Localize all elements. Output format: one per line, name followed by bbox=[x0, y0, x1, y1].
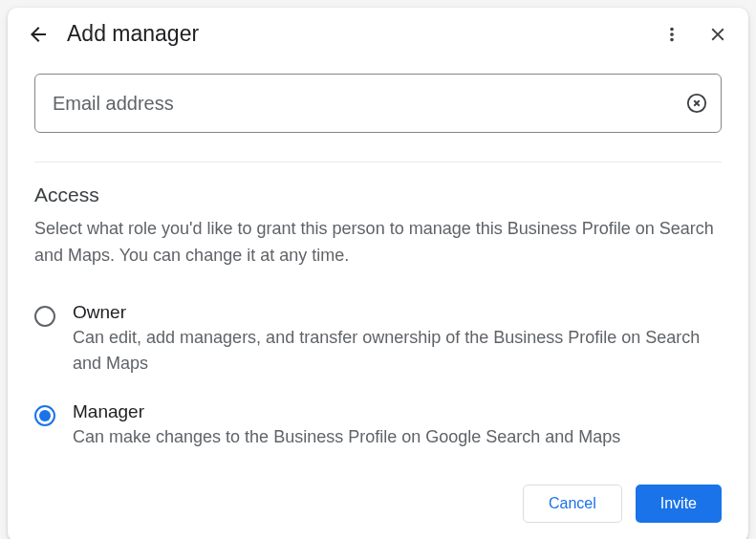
option-desc-manager: Can make changes to the Business Profile… bbox=[73, 424, 722, 450]
option-text: Owner Can edit, add managers, and transf… bbox=[73, 302, 722, 377]
dialog-title: Add manager bbox=[67, 21, 660, 47]
radio-manager[interactable] bbox=[34, 405, 55, 426]
add-manager-dialog: Add manager Access Select what role you'… bbox=[8, 8, 748, 539]
back-button[interactable] bbox=[27, 23, 50, 46]
email-input-wrapper[interactable] bbox=[34, 74, 722, 133]
email-input[interactable] bbox=[53, 93, 673, 115]
clear-input-button[interactable] bbox=[686, 93, 707, 114]
more-vert-icon bbox=[661, 24, 682, 45]
role-option-manager[interactable]: Manager Can make changes to the Business… bbox=[34, 394, 722, 467]
divider bbox=[34, 162, 722, 162]
option-desc-owner: Can edit, add managers, and transfer own… bbox=[73, 325, 722, 377]
dialog-footer: Cancel Invite bbox=[8, 467, 748, 523]
clear-circle-icon bbox=[686, 93, 707, 114]
option-title-manager: Manager bbox=[73, 401, 722, 422]
access-section-title: Access bbox=[34, 183, 722, 206]
role-option-owner[interactable]: Owner Can edit, add managers, and transf… bbox=[34, 294, 722, 394]
close-icon bbox=[707, 24, 728, 45]
dialog-content: Access Select what role you'd like to gr… bbox=[8, 56, 748, 467]
close-button[interactable] bbox=[706, 23, 729, 46]
option-title-owner: Owner bbox=[73, 302, 722, 323]
cancel-button[interactable]: Cancel bbox=[523, 485, 622, 523]
arrow-back-icon bbox=[27, 23, 50, 46]
access-section-description: Select what role you'd like to grant thi… bbox=[34, 216, 722, 270]
radio-owner[interactable] bbox=[34, 306, 55, 327]
invite-button[interactable]: Invite bbox=[636, 485, 722, 523]
header-actions bbox=[660, 23, 729, 46]
option-text: Manager Can make changes to the Business… bbox=[73, 401, 722, 450]
dialog-header: Add manager bbox=[8, 8, 748, 56]
more-options-button[interactable] bbox=[660, 23, 683, 46]
